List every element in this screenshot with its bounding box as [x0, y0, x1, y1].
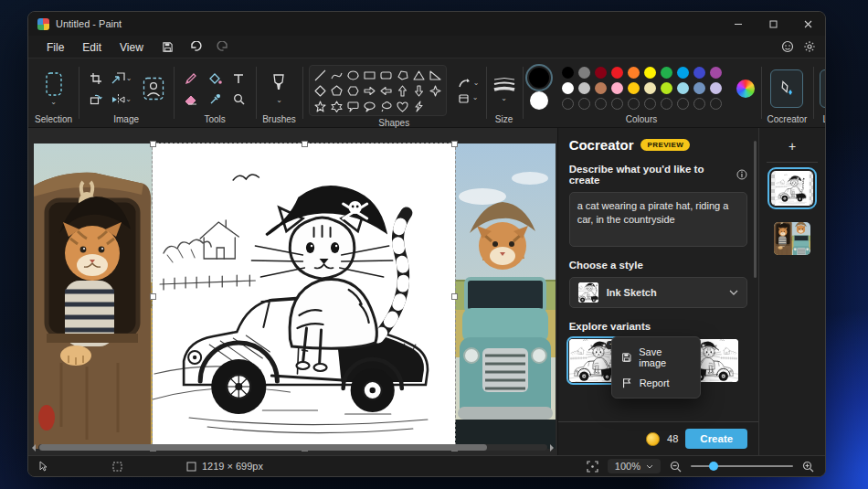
palette-swatch[interactable] — [693, 67, 705, 79]
shape-cloud-callout[interactable] — [378, 99, 394, 113]
settings-gear-icon[interactable] — [803, 40, 816, 53]
zoom-in-icon[interactable] — [802, 461, 814, 473]
canvas-area[interactable] — [28, 128, 557, 455]
feedback-icon[interactable] — [781, 40, 794, 53]
brushes-button[interactable]: ⌄ — [270, 73, 287, 104]
shape-rounded-rectangle[interactable] — [378, 68, 394, 82]
shape-pentagon[interactable] — [329, 83, 344, 98]
crop-icon[interactable] — [85, 69, 107, 89]
palette-swatch[interactable] — [677, 67, 689, 79]
shape-six-point-star[interactable] — [329, 99, 344, 113]
palette-swatch[interactable] — [644, 67, 656, 79]
palette-swatch-empty[interactable] — [677, 98, 689, 110]
palette-swatch[interactable] — [595, 82, 607, 94]
panel-scrollbar[interactable] — [754, 141, 757, 278]
shape-triangle[interactable] — [411, 68, 427, 82]
magnifier-tool-icon[interactable] — [228, 90, 249, 110]
scroll-left-arrow[interactable] — [32, 444, 36, 452]
scrollbar-thumb[interactable] — [39, 444, 487, 451]
pencil-icon[interactable] — [180, 69, 202, 89]
palette-swatch[interactable] — [644, 82, 656, 94]
fit-to-screen-icon[interactable] — [587, 461, 598, 473]
edit-colours-icon[interactable] — [736, 80, 755, 98]
palette-swatch[interactable] — [595, 67, 607, 79]
palette-swatch[interactable] — [628, 82, 640, 94]
close-button[interactable] — [790, 12, 825, 36]
shape-oval-callout[interactable] — [362, 99, 377, 113]
palette-swatch[interactable] — [611, 67, 623, 79]
shape-line[interactable] — [312, 68, 328, 82]
shape-left-arrow[interactable] — [378, 83, 394, 98]
text-tool-icon[interactable] — [228, 69, 249, 89]
palette-swatch[interactable] — [562, 67, 574, 79]
palette-swatch-empty[interactable] — [644, 98, 656, 110]
shape-diamond[interactable] — [312, 83, 328, 98]
add-layer-button[interactable]: + — [781, 135, 803, 157]
shape-outline-button[interactable]: ⌄ — [458, 78, 480, 89]
horizontal-scrollbar[interactable] — [32, 443, 554, 452]
cocreator-button[interactable] — [770, 69, 803, 108]
zoom-slider-thumb[interactable] — [709, 462, 718, 471]
save-image-menu-item[interactable]: Save image — [612, 342, 700, 373]
scroll-right-arrow[interactable] — [550, 444, 554, 452]
palette-swatch-empty[interactable] — [595, 98, 607, 110]
shape-up-arrow[interactable] — [395, 83, 410, 98]
colour1-swatch[interactable] — [529, 68, 549, 88]
shape-four-point-star[interactable] — [428, 83, 443, 98]
shape-fill-button[interactable]: ⌄ — [458, 92, 480, 103]
eraser-icon[interactable] — [180, 90, 202, 110]
palette-swatch-empty[interactable] — [693, 98, 705, 110]
selection-handle[interactable] — [150, 141, 156, 147]
eyedropper-icon[interactable] — [204, 90, 226, 110]
palette-swatch-empty[interactable] — [562, 98, 574, 110]
palette-swatch[interactable] — [693, 82, 705, 94]
selection-handle[interactable] — [150, 293, 156, 300]
palette-swatch-empty[interactable] — [611, 98, 623, 110]
shape-down-arrow[interactable] — [411, 83, 427, 98]
layer-thumbnail-1[interactable] — [771, 171, 813, 206]
minimize-button[interactable] — [721, 12, 756, 36]
shape-polygon[interactable] — [395, 68, 410, 82]
shape-rounded-callout[interactable] — [345, 99, 361, 113]
palette-swatch[interactable] — [578, 67, 590, 79]
palette-swatch[interactable] — [710, 67, 722, 79]
title-bar[interactable]: Untitled - Paint — [28, 12, 825, 36]
prompt-input[interactable]: a cat wearing a pirate hat, riding a car… — [569, 192, 748, 247]
shape-right-arrow[interactable] — [362, 83, 377, 98]
shape-heart[interactable] — [395, 99, 410, 113]
selection-tool-button[interactable]: ⌄ — [44, 71, 64, 106]
size-button[interactable]: ⌄ — [492, 76, 516, 102]
create-button[interactable]: Create — [685, 429, 747, 449]
selection-handle[interactable] — [451, 293, 458, 300]
palette-swatch[interactable] — [628, 67, 640, 79]
remove-background-icon[interactable] — [140, 73, 167, 104]
palette-swatch-empty[interactable] — [628, 98, 640, 110]
shape-rectangle[interactable] — [362, 68, 377, 82]
report-menu-item[interactable]: Report — [612, 373, 700, 393]
redo-button[interactable] — [211, 38, 235, 55]
shape-oval[interactable] — [345, 68, 361, 82]
maximize-button[interactable] — [756, 12, 790, 36]
palette-swatch[interactable] — [661, 82, 672, 94]
menu-item-file[interactable]: File — [37, 39, 73, 56]
rotate-icon[interactable] — [85, 90, 107, 110]
palette-swatch[interactable] — [611, 82, 623, 94]
shape-five-point-star[interactable] — [312, 99, 328, 113]
palette-swatch[interactable] — [578, 82, 590, 94]
menu-item-edit[interactable]: Edit — [73, 39, 111, 56]
layer-thumbnail-2[interactable] — [774, 222, 810, 255]
shape-lightning[interactable] — [411, 99, 427, 113]
resize-icon[interactable]: ⌄ — [111, 69, 132, 89]
zoom-slider[interactable] — [691, 465, 793, 467]
save-button[interactable] — [156, 38, 180, 55]
menu-item-view[interactable]: View — [111, 39, 153, 56]
layers-button[interactable] — [820, 69, 826, 108]
colour2-swatch[interactable] — [530, 91, 548, 110]
shape-right-triangle[interactable] — [428, 68, 443, 82]
shape-hexagon[interactable] — [345, 83, 361, 98]
palette-swatch-empty[interactable] — [578, 98, 590, 110]
canvas[interactable] — [34, 144, 556, 449]
palette-swatch[interactable] — [710, 82, 722, 94]
palette-swatch-empty[interactable] — [710, 98, 722, 110]
palette-swatch[interactable] — [661, 67, 672, 79]
